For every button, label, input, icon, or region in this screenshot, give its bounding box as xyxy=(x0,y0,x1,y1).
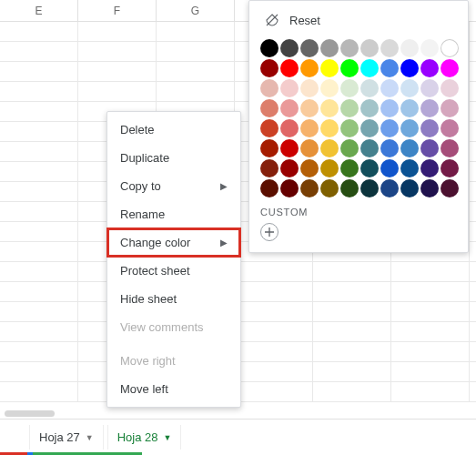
color-swatch[interactable] xyxy=(360,159,379,177)
menu-item-duplicate[interactable]: Duplicate xyxy=(107,144,240,172)
color-swatch[interactable] xyxy=(380,179,399,197)
grid-cell[interactable] xyxy=(157,62,235,81)
grid-cell[interactable] xyxy=(78,62,157,81)
color-swatch[interactable] xyxy=(260,79,279,97)
color-swatch[interactable] xyxy=(441,179,459,197)
color-swatch[interactable] xyxy=(360,39,379,57)
grid-cell[interactable] xyxy=(391,262,470,281)
grid-cell[interactable] xyxy=(313,302,391,321)
color-swatch[interactable] xyxy=(340,179,359,197)
grid-cell[interactable] xyxy=(0,162,78,181)
grid-cell[interactable] xyxy=(313,362,391,381)
color-swatch[interactable] xyxy=(320,99,339,117)
grid-cell[interactable] xyxy=(313,322,391,341)
color-swatch[interactable] xyxy=(320,139,339,157)
grid-cell[interactable] xyxy=(0,122,78,141)
grid-cell[interactable] xyxy=(0,262,78,281)
color-swatch[interactable] xyxy=(400,119,419,137)
color-swatch[interactable] xyxy=(400,179,419,197)
menu-item-delete[interactable]: Delete xyxy=(107,116,240,144)
color-swatch[interactable] xyxy=(340,139,359,157)
color-swatch[interactable] xyxy=(400,59,419,77)
color-swatch[interactable] xyxy=(420,99,439,117)
grid-cell[interactable] xyxy=(391,382,470,401)
grid-cell[interactable] xyxy=(235,382,313,401)
color-swatch[interactable] xyxy=(280,139,299,157)
color-swatch[interactable] xyxy=(300,39,319,57)
color-swatch[interactable] xyxy=(420,179,439,197)
grid-cell[interactable] xyxy=(0,82,78,101)
grid-cell[interactable] xyxy=(0,362,78,381)
color-swatch[interactable] xyxy=(400,39,419,57)
color-swatch[interactable] xyxy=(360,119,379,137)
color-swatch[interactable] xyxy=(420,159,439,177)
color-swatch[interactable] xyxy=(280,39,299,57)
color-swatch[interactable] xyxy=(380,139,399,157)
menu-item-hide-sheet[interactable]: Hide sheet xyxy=(107,285,240,313)
grid-cell[interactable] xyxy=(0,242,78,261)
color-swatch[interactable] xyxy=(360,59,379,77)
color-swatch[interactable] xyxy=(320,159,339,177)
color-swatch[interactable] xyxy=(320,119,339,137)
grid-cell[interactable] xyxy=(313,342,391,361)
color-swatch[interactable] xyxy=(300,159,319,177)
color-swatch[interactable] xyxy=(400,139,419,157)
grid-cell[interactable] xyxy=(235,282,313,301)
menu-item-protect-sheet[interactable]: Protect sheet xyxy=(107,257,240,285)
grid-cell[interactable] xyxy=(0,142,78,161)
menu-item-rename[interactable]: Rename xyxy=(107,200,240,228)
reset-color-button[interactable]: Reset xyxy=(260,10,457,30)
color-swatch[interactable] xyxy=(360,99,379,117)
grid-cell[interactable] xyxy=(0,42,78,61)
grid-cell[interactable] xyxy=(157,22,235,41)
grid-cell[interactable] xyxy=(313,382,391,401)
menu-item-change-color[interactable]: Change color▶ xyxy=(107,228,240,257)
color-swatch[interactable] xyxy=(420,119,439,137)
color-swatch[interactable] xyxy=(300,179,319,197)
color-swatch[interactable] xyxy=(320,179,339,197)
grid-cell[interactable] xyxy=(235,302,313,321)
color-swatch[interactable] xyxy=(441,59,459,77)
color-swatch[interactable] xyxy=(280,99,299,117)
color-swatch[interactable] xyxy=(280,179,299,197)
color-swatch[interactable] xyxy=(340,159,359,177)
menu-item-move-left[interactable]: Move left xyxy=(107,375,240,403)
sheet-tab-hoja-27[interactable]: Hoja 27 ▼ xyxy=(29,425,104,450)
grid-cell[interactable] xyxy=(391,342,470,361)
horizontal-scrollbar[interactable] xyxy=(5,410,55,417)
color-swatch[interactable] xyxy=(300,99,319,117)
color-swatch[interactable] xyxy=(380,39,399,57)
color-swatch[interactable] xyxy=(420,79,439,97)
color-swatch[interactable] xyxy=(360,79,379,97)
grid-cell[interactable] xyxy=(0,282,78,301)
color-swatch[interactable] xyxy=(360,179,379,197)
grid-cell[interactable] xyxy=(0,202,78,221)
grid-cell[interactable] xyxy=(391,282,470,301)
grid-cell[interactable] xyxy=(235,342,313,361)
color-swatch[interactable] xyxy=(320,79,339,97)
color-swatch[interactable] xyxy=(441,99,459,117)
color-swatch[interactable] xyxy=(280,79,299,97)
color-swatch[interactable] xyxy=(441,119,459,137)
menu-item-copy-to[interactable]: Copy to▶ xyxy=(107,172,240,200)
grid-cell[interactable] xyxy=(0,382,78,401)
color-swatch[interactable] xyxy=(320,39,339,57)
grid-cell[interactable] xyxy=(0,102,78,121)
color-swatch[interactable] xyxy=(400,99,419,117)
grid-cell[interactable] xyxy=(391,322,470,341)
grid-cell[interactable] xyxy=(0,62,78,81)
color-swatch[interactable] xyxy=(280,59,299,77)
grid-cell[interactable] xyxy=(0,182,78,201)
grid-cell[interactable] xyxy=(0,22,78,41)
column-header[interactable]: G xyxy=(157,0,235,21)
color-swatch[interactable] xyxy=(441,139,459,157)
grid-cell[interactable] xyxy=(157,42,235,61)
color-swatch[interactable] xyxy=(260,59,279,77)
grid-cell[interactable] xyxy=(391,362,470,381)
color-swatch[interactable] xyxy=(320,59,339,77)
color-swatch[interactable] xyxy=(400,159,419,177)
color-swatch[interactable] xyxy=(260,99,279,117)
grid-cell[interactable] xyxy=(78,42,157,61)
color-swatch[interactable] xyxy=(441,159,459,177)
grid-cell[interactable] xyxy=(0,342,78,361)
